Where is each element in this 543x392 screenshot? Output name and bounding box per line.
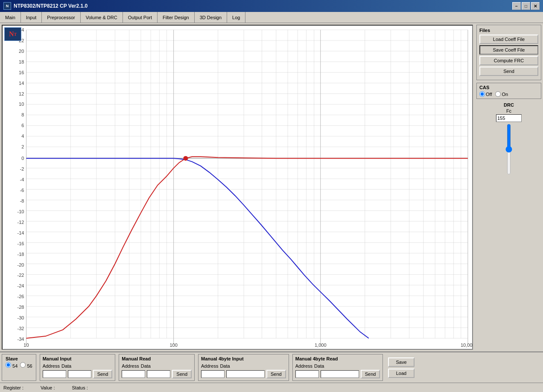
compute-frc-button[interactable]: Compute FRC	[479, 56, 538, 65]
manual-input-address[interactable]	[43, 370, 66, 378]
manual-4byte-input-data[interactable]	[226, 370, 265, 378]
menu-output-port[interactable]: Output Port	[123, 12, 158, 23]
maximize-button[interactable]: □	[522, 2, 530, 10]
manual-4byte-input-label: Manual 4byte Input	[201, 356, 286, 361]
manual-read-address[interactable]	[122, 370, 145, 378]
manual-4byte-read-row: Address Data	[295, 363, 380, 369]
menu-log[interactable]: Log	[227, 12, 245, 23]
svg-text:-30: -30	[17, 315, 24, 320]
slave-label: Slave	[6, 356, 32, 361]
manual-read-label: Manual Read	[122, 356, 192, 361]
svg-text:-12: -12	[17, 220, 24, 225]
crossover-dot	[184, 156, 188, 160]
manual-read-data[interactable]	[147, 370, 170, 378]
slave-54-radio[interactable]	[6, 362, 11, 368]
svg-text:8: 8	[21, 112, 24, 117]
cas-off-radio[interactable]	[479, 91, 485, 97]
manual-input-group: Manual Input Address Data Send	[40, 354, 116, 381]
svg-text:-22: -22	[17, 273, 24, 278]
manual-input-data[interactable]	[68, 370, 91, 378]
manual-4byte-read-send[interactable]: Send	[361, 370, 380, 378]
svg-text:-32: -32	[17, 326, 24, 331]
menubar: Main Input Preprocessor Volume & DRC Out…	[0, 12, 543, 23]
menu-input[interactable]: Input	[21, 12, 42, 23]
svg-text:4: 4	[21, 134, 24, 139]
saveload-group: Save Load	[386, 354, 416, 381]
svg-text:0: 0	[21, 156, 24, 161]
data-label-3: Data	[220, 363, 230, 369]
chart-logo: NT	[4, 27, 21, 41]
manual-input-send[interactable]: Send	[93, 370, 113, 378]
address-label-1: Address	[43, 363, 60, 369]
slave-group: Slave 54 56	[2, 354, 36, 381]
svg-text:10: 10	[19, 102, 24, 107]
cas-radio-group: Off On	[479, 91, 538, 97]
manual-read-inputs: Send	[122, 370, 192, 378]
svg-text:10,000: 10,000	[461, 343, 472, 348]
cas-off-label[interactable]: Off	[479, 91, 492, 97]
minimize-button[interactable]: −	[512, 2, 521, 10]
cas-on-label[interactable]: On	[495, 91, 508, 97]
save-coeff-button[interactable]: Save Coeff File	[479, 45, 538, 55]
fc-slider[interactable]	[505, 124, 512, 175]
manual-4byte-read-inputs: Send	[295, 370, 380, 378]
cas-label: CAS	[479, 85, 538, 90]
value-status: Value :	[41, 385, 55, 390]
svg-text:-18: -18	[17, 252, 24, 257]
send-button[interactable]: Send	[479, 67, 538, 76]
slider-container	[476, 124, 541, 175]
svg-text:-24: -24	[17, 283, 24, 288]
status-bar: Register : Value : Status :	[0, 383, 543, 392]
svg-text:12: 12	[19, 91, 24, 96]
slave-row: 54 56	[6, 362, 32, 369]
chart-svg: 24 22 20 18 16 14 12 10 8 6 4 2 0 -2 -4 …	[3, 26, 472, 349]
manual-4byte-input-address[interactable]	[201, 370, 225, 378]
address-label-2: Address	[122, 363, 139, 369]
slave-56-radio[interactable]	[20, 362, 26, 368]
save-button[interactable]: Save	[388, 357, 414, 367]
menu-preprocessor[interactable]: Preprocessor	[42, 12, 80, 23]
manual-read-row: Address Data	[122, 363, 192, 369]
status-label: Status :	[72, 385, 88, 390]
fc-input[interactable]	[496, 114, 522, 122]
menu-filter-design[interactable]: Filter Design	[158, 12, 195, 23]
svg-text:-4: -4	[20, 177, 24, 182]
svg-text:1,000: 1,000	[315, 343, 327, 348]
manual-input-label: Manual Input	[43, 356, 113, 361]
manual-4byte-input-send[interactable]: Send	[266, 370, 286, 378]
manual-4byte-read-data[interactable]	[321, 370, 359, 378]
load-coeff-button[interactable]: Load Coeff File	[479, 35, 538, 44]
window-controls: − □ ✕	[512, 2, 540, 10]
svg-text:18: 18	[19, 59, 24, 64]
titlebar: N NTP8302/NTP8212 CP Ver2.1.0 − □ ✕	[0, 0, 543, 12]
chart-area: NT	[2, 25, 473, 350]
files-group: Files Load Coeff File Save Coeff File Co…	[476, 25, 541, 80]
svg-text:20: 20	[19, 49, 24, 54]
load-button[interactable]: Load	[388, 369, 414, 378]
cas-on-text: On	[502, 92, 508, 97]
close-button[interactable]: ✕	[531, 2, 540, 10]
main-content: NT	[0, 23, 543, 351]
svg-text:10: 10	[23, 343, 29, 348]
slave-56-label[interactable]: 56	[20, 362, 32, 369]
manual-4byte-input-group: Manual 4byte Input Address Data Send	[198, 354, 289, 381]
svg-text:-6: -6	[20, 188, 24, 193]
app-icon: N	[3, 2, 11, 10]
bottom-controls: Slave 54 56 Manual Input Address Data	[0, 352, 543, 383]
slave-54-label[interactable]: 54	[6, 362, 18, 369]
register-label: Register :	[3, 385, 23, 390]
menu-volume-drc[interactable]: Volume & DRC	[81, 12, 123, 23]
svg-text:6: 6	[21, 123, 24, 128]
menu-main[interactable]: Main	[0, 12, 21, 23]
cas-on-radio[interactable]	[495, 91, 501, 97]
bottom-bar: Slave 54 56 Manual Input Address Data	[0, 351, 543, 392]
svg-text:-28: -28	[17, 305, 24, 310]
manual-4byte-read-label: Manual 4byte Read	[295, 356, 380, 361]
manual-4byte-read-address[interactable]	[295, 370, 319, 378]
svg-text:14: 14	[19, 81, 24, 86]
data-label-4: Data	[314, 363, 324, 369]
svg-text:2: 2	[21, 144, 24, 149]
manual-input-inputs: Send	[43, 370, 113, 378]
manual-read-send[interactable]: Send	[172, 370, 192, 378]
menu-3d-design[interactable]: 3D Design	[195, 12, 227, 23]
